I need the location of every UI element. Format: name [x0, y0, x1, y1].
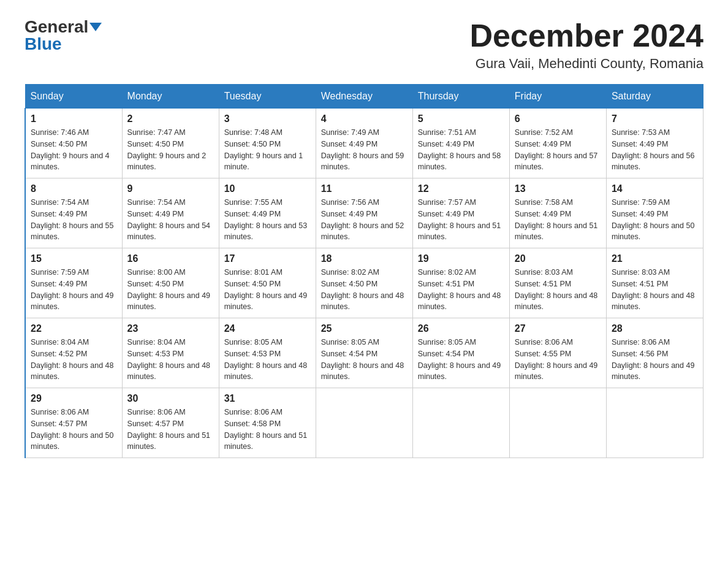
page-header: General Blue December 2024 Gura Vaii, Me… [25, 18, 703, 72]
calendar-week-row: 8 Sunrise: 7:54 AM Sunset: 4:49 PM Dayli… [25, 178, 703, 248]
col-friday: Friday [509, 85, 606, 109]
table-row: 28 Sunrise: 8:06 AM Sunset: 4:56 PM Dayl… [606, 318, 703, 388]
col-tuesday: Tuesday [219, 85, 316, 109]
day-info: Sunrise: 7:51 AM Sunset: 4:49 PM Dayligh… [418, 127, 504, 173]
table-row: 24 Sunrise: 8:05 AM Sunset: 4:53 PM Dayl… [219, 318, 316, 388]
title-block: December 2024 Gura Vaii, Mehedinti Count… [469, 18, 703, 72]
day-number: 20 [515, 253, 601, 264]
day-number: 6 [515, 113, 601, 124]
table-row: 17 Sunrise: 8:01 AM Sunset: 4:50 PM Dayl… [219, 248, 316, 318]
table-row: 2 Sunrise: 7:47 AM Sunset: 4:50 PM Dayli… [122, 109, 219, 178]
table-row [412, 388, 509, 458]
table-row: 1 Sunrise: 7:46 AM Sunset: 4:50 PM Dayli… [25, 109, 122, 178]
day-number: 23 [127, 323, 214, 334]
table-row: 23 Sunrise: 8:04 AM Sunset: 4:53 PM Dayl… [122, 318, 219, 388]
col-thursday: Thursday [412, 85, 509, 109]
table-row: 12 Sunrise: 7:57 AM Sunset: 4:49 PM Dayl… [412, 178, 509, 248]
table-row: 31 Sunrise: 8:06 AM Sunset: 4:58 PM Dayl… [219, 388, 316, 458]
day-number: 14 [612, 183, 698, 194]
header-row: Sunday Monday Tuesday Wednesday Thursday… [25, 85, 703, 109]
table-row: 22 Sunrise: 8:04 AM Sunset: 4:52 PM Dayl… [25, 318, 122, 388]
day-number: 13 [515, 183, 601, 194]
day-info: Sunrise: 8:06 AM Sunset: 4:57 PM Dayligh… [127, 407, 214, 453]
table-row [509, 388, 606, 458]
table-row: 11 Sunrise: 7:56 AM Sunset: 4:49 PM Dayl… [316, 178, 412, 248]
day-number: 8 [31, 183, 117, 194]
day-info: Sunrise: 7:53 AM Sunset: 4:49 PM Dayligh… [612, 127, 698, 173]
day-info: Sunrise: 8:06 AM Sunset: 4:56 PM Dayligh… [612, 337, 698, 383]
day-info: Sunrise: 8:05 AM Sunset: 4:54 PM Dayligh… [418, 337, 504, 383]
day-info: Sunrise: 8:02 AM Sunset: 4:50 PM Dayligh… [321, 267, 408, 313]
table-row: 16 Sunrise: 8:00 AM Sunset: 4:50 PM Dayl… [122, 248, 219, 318]
day-info: Sunrise: 8:04 AM Sunset: 4:53 PM Dayligh… [127, 337, 214, 383]
day-info: Sunrise: 7:58 AM Sunset: 4:49 PM Dayligh… [515, 197, 601, 243]
table-row: 29 Sunrise: 8:06 AM Sunset: 4:57 PM Dayl… [25, 388, 122, 458]
day-info: Sunrise: 7:48 AM Sunset: 4:50 PM Dayligh… [224, 127, 311, 173]
day-info: Sunrise: 7:54 AM Sunset: 4:49 PM Dayligh… [127, 197, 214, 243]
day-info: Sunrise: 7:52 AM Sunset: 4:49 PM Dayligh… [515, 127, 601, 173]
day-number: 28 [612, 323, 698, 334]
day-number: 10 [224, 183, 311, 194]
calendar-week-row: 22 Sunrise: 8:04 AM Sunset: 4:52 PM Dayl… [25, 318, 703, 388]
day-number: 5 [418, 113, 504, 124]
day-number: 31 [224, 393, 311, 404]
table-row: 4 Sunrise: 7:49 AM Sunset: 4:49 PM Dayli… [316, 109, 412, 178]
table-row [606, 388, 703, 458]
day-number: 17 [224, 253, 311, 264]
day-number: 12 [418, 183, 504, 194]
day-number: 2 [127, 113, 214, 124]
logo-blue-text: Blue [25, 36, 62, 53]
day-info: Sunrise: 8:06 AM Sunset: 4:55 PM Dayligh… [515, 337, 601, 383]
day-number: 4 [321, 113, 408, 124]
table-row: 7 Sunrise: 7:53 AM Sunset: 4:49 PM Dayli… [606, 109, 703, 178]
calendar-week-row: 1 Sunrise: 7:46 AM Sunset: 4:50 PM Dayli… [25, 109, 703, 178]
day-info: Sunrise: 8:04 AM Sunset: 4:52 PM Dayligh… [31, 337, 117, 383]
day-info: Sunrise: 8:03 AM Sunset: 4:51 PM Dayligh… [612, 267, 698, 313]
day-info: Sunrise: 7:59 AM Sunset: 4:49 PM Dayligh… [612, 197, 698, 243]
day-info: Sunrise: 8:06 AM Sunset: 4:58 PM Dayligh… [224, 407, 311, 453]
table-row: 18 Sunrise: 8:02 AM Sunset: 4:50 PM Dayl… [316, 248, 412, 318]
logo: General Blue [25, 18, 102, 53]
day-info: Sunrise: 8:01 AM Sunset: 4:50 PM Dayligh… [224, 267, 311, 313]
table-row: 10 Sunrise: 7:55 AM Sunset: 4:49 PM Dayl… [219, 178, 316, 248]
location-subtitle: Gura Vaii, Mehedinti County, Romania [469, 56, 703, 72]
day-info: Sunrise: 8:05 AM Sunset: 4:53 PM Dayligh… [224, 337, 311, 383]
table-row: 30 Sunrise: 8:06 AM Sunset: 4:57 PM Dayl… [122, 388, 219, 458]
day-info: Sunrise: 8:02 AM Sunset: 4:51 PM Dayligh… [418, 267, 504, 313]
table-row: 3 Sunrise: 7:48 AM Sunset: 4:50 PM Dayli… [219, 109, 316, 178]
col-saturday: Saturday [606, 85, 703, 109]
day-number: 25 [321, 323, 408, 334]
day-info: Sunrise: 7:54 AM Sunset: 4:49 PM Dayligh… [31, 197, 117, 243]
day-number: 19 [418, 253, 504, 264]
day-number: 26 [418, 323, 504, 334]
day-number: 27 [515, 323, 601, 334]
calendar-week-row: 29 Sunrise: 8:06 AM Sunset: 4:57 PM Dayl… [25, 388, 703, 458]
calendar-table: Sunday Monday Tuesday Wednesday Thursday… [25, 84, 703, 458]
table-row: 5 Sunrise: 7:51 AM Sunset: 4:49 PM Dayli… [412, 109, 509, 178]
day-number: 7 [612, 113, 698, 124]
calendar-body: 1 Sunrise: 7:46 AM Sunset: 4:50 PM Dayli… [25, 109, 703, 458]
day-number: 29 [31, 393, 117, 404]
table-row: 15 Sunrise: 7:59 AM Sunset: 4:49 PM Dayl… [25, 248, 122, 318]
day-number: 16 [127, 253, 214, 264]
day-info: Sunrise: 7:57 AM Sunset: 4:49 PM Dayligh… [418, 197, 504, 243]
day-info: Sunrise: 7:49 AM Sunset: 4:49 PM Dayligh… [321, 127, 408, 173]
day-number: 15 [31, 253, 117, 264]
day-number: 21 [612, 253, 698, 264]
day-number: 18 [321, 253, 408, 264]
day-number: 22 [31, 323, 117, 334]
day-number: 9 [127, 183, 214, 194]
month-year-title: December 2024 [469, 18, 703, 53]
day-info: Sunrise: 8:03 AM Sunset: 4:51 PM Dayligh… [515, 267, 601, 313]
day-number: 3 [224, 113, 311, 124]
calendar-week-row: 15 Sunrise: 7:59 AM Sunset: 4:49 PM Dayl… [25, 248, 703, 318]
table-row: 21 Sunrise: 8:03 AM Sunset: 4:51 PM Dayl… [606, 248, 703, 318]
logo-triangle-icon [89, 23, 102, 31]
calendar-header: Sunday Monday Tuesday Wednesday Thursday… [25, 85, 703, 109]
table-row: 8 Sunrise: 7:54 AM Sunset: 4:49 PM Dayli… [25, 178, 122, 248]
day-number: 24 [224, 323, 311, 334]
col-wednesday: Wednesday [316, 85, 412, 109]
logo-general-text: General [25, 18, 88, 36]
day-info: Sunrise: 7:59 AM Sunset: 4:49 PM Dayligh… [31, 267, 117, 313]
day-info: Sunrise: 8:00 AM Sunset: 4:50 PM Dayligh… [127, 267, 214, 313]
